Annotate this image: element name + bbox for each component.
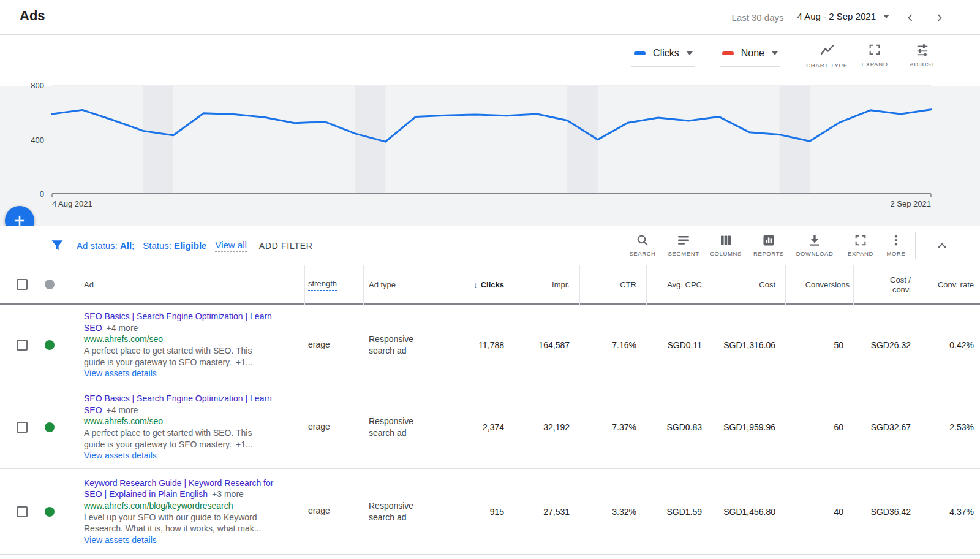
reports-button[interactable]: REPORTS <box>748 231 789 257</box>
segment-button[interactable]: SEGMENT <box>664 231 703 257</box>
download-button[interactable]: DOWNLOAD <box>789 231 840 257</box>
ad-display-url: www.ahrefs.com/blog/keywordresearch <box>84 500 275 512</box>
chart-type-button[interactable]: CHART TYPE <box>807 42 846 69</box>
avg-cpc-value: SGD1.59 <box>646 469 712 554</box>
more-vertical-icon <box>889 234 903 247</box>
chart-type-icon <box>820 43 834 58</box>
column-header-cost-per-conv[interactable]: Cost / conv. <box>853 265 921 304</box>
row-checkbox[interactable] <box>17 469 28 554</box>
y-axis-tick-400: 400 <box>0 135 44 145</box>
ctr-value: 7.16% <box>579 305 646 386</box>
conversions-value: 50 <box>785 305 853 386</box>
table-expand-button[interactable]: EXPAND <box>840 231 881 257</box>
chart-controls: Clicks None CHART TYPE EXPAND ADJUST <box>631 42 942 69</box>
chevron-down-icon <box>772 51 778 55</box>
view-all-filters-link[interactable]: View all <box>215 240 246 252</box>
view-assets-details-link[interactable]: View assets details <box>84 534 275 546</box>
table-row[interactable]: SEO Basics | Search Engine Optimization … <box>0 305 980 386</box>
column-header-cost[interactable]: Cost <box>712 265 785 304</box>
filter-chip-status[interactable]: Status: Eligible <box>143 240 206 251</box>
chart-tools: CHART TYPE EXPAND ADJUST <box>807 42 942 69</box>
segment-icon <box>677 234 690 247</box>
chart-adjust-button[interactable]: ADJUST <box>903 42 942 69</box>
conv-rate-value: 4.37% <box>921 469 980 554</box>
filter-bar: Ad status: All; Status: Eligible View al… <box>0 226 980 265</box>
more-button[interactable]: MORE <box>881 231 911 257</box>
x-axis-first-label: 4 Aug 2021 <box>52 199 92 208</box>
adjust-sliders-icon <box>916 43 929 56</box>
view-assets-details-link[interactable]: View assets details <box>84 450 275 462</box>
conversions-value: 60 <box>785 386 853 468</box>
ad-creative-cell[interactable]: SEO Basics | Search Engine Optimization … <box>84 386 275 468</box>
ad-description: A perfect place to get started with SEO.… <box>84 428 252 449</box>
status-column-header-dot <box>45 280 55 289</box>
cost-per-conv-value: SGD36.42 <box>853 469 921 554</box>
conv-rate-value: 0.42% <box>921 305 980 386</box>
ad-creative-cell[interactable]: Keyword Research Guide | Keyword Researc… <box>84 469 275 554</box>
clicks-value: 11,788 <box>448 305 514 386</box>
next-period-button[interactable] <box>931 10 947 26</box>
series2-color-dash <box>722 51 734 55</box>
add-filter-button[interactable]: ADD FILTER <box>259 241 313 251</box>
date-range-selector[interactable]: 4 Aug - 2 Sep 2021 <box>796 9 891 26</box>
cost-per-conv-value: SGD32.67 <box>853 386 921 468</box>
row-checkbox[interactable] <box>17 305 28 386</box>
clicks-line-chart[interactable] <box>52 86 931 194</box>
series1-metric-select[interactable]: Clicks <box>631 44 695 67</box>
table-header-row: Ad strength Ad type ↓Clicks Impr. CTR Av… <box>0 265 980 305</box>
status-enabled-dot[interactable] <box>45 469 55 554</box>
series2-metric-label: None <box>741 48 764 59</box>
status-enabled-dot[interactable] <box>45 305 55 386</box>
column-header-conversions[interactable]: Conversions <box>785 265 853 304</box>
column-header-ad-type[interactable]: Ad type <box>369 265 396 304</box>
ad-strength-value-clipped[interactable]: erage <box>308 386 330 468</box>
table-row[interactable]: Keyword Research Guide | Keyword Researc… <box>0 469 980 555</box>
download-icon <box>808 234 821 247</box>
column-header-impressions[interactable]: Impr. <box>514 265 579 304</box>
expand-icon <box>868 43 881 56</box>
columns-button[interactable]: COLUMNS <box>703 231 748 257</box>
select-all-checkbox[interactable] <box>17 279 28 290</box>
ad-display-url: www.ahrefs.com/seo <box>84 416 275 427</box>
sort-descending-icon: ↓ <box>473 280 478 290</box>
previous-period-button[interactable] <box>903 10 919 26</box>
search-button[interactable]: SEARCH <box>621 231 664 257</box>
series2-metric-select[interactable]: None <box>720 44 780 67</box>
cost-per-conv-value: SGD26.32 <box>853 305 921 386</box>
column-header-conv-rate[interactable]: Conv. rate <box>921 265 980 304</box>
chart-expand-button[interactable]: EXPAND <box>855 42 894 69</box>
avg-cpc-value: SGD0.83 <box>646 386 712 468</box>
column-header-ad[interactable]: Ad <box>84 265 94 304</box>
toolbar-divider <box>915 232 916 259</box>
ad-headline: Keyword Research Guide | Keyword Researc… <box>84 478 273 500</box>
y-axis-tick-0: 0 <box>0 189 44 199</box>
search-icon <box>636 234 649 247</box>
avg-cpc-value: SGD0.11 <box>646 305 712 386</box>
ad-strength-value-clipped[interactable]: erage <box>308 305 330 386</box>
column-header-ctr[interactable]: CTR <box>579 265 646 304</box>
page-title: Ads <box>20 8 45 24</box>
clicks-value: 2,374 <box>448 386 514 468</box>
table-row[interactable]: SEO Basics | Search Engine Optimization … <box>0 386 980 469</box>
filter-funnel-icon <box>50 238 64 253</box>
chart-adjust-label: ADJUST <box>910 61 935 67</box>
performance-chart: 800 400 0 4 Aug 2021 2 Sep 2021 <box>0 86 980 226</box>
chevron-up-icon <box>937 243 947 249</box>
row-checkbox[interactable] <box>17 386 28 468</box>
headline-more-count: +4 more <box>107 405 138 415</box>
column-header-ad-strength[interactable]: strength <box>308 265 337 304</box>
column-header-clicks[interactable]: ↓Clicks <box>448 265 514 304</box>
clicks-value: 915 <box>448 469 514 554</box>
collapse-chart-button[interactable] <box>933 238 951 253</box>
ad-strength-value-clipped[interactable]: erage <box>308 469 330 554</box>
cost-value: SGD1,959.96 <box>712 386 785 468</box>
chevron-right-icon <box>934 13 944 23</box>
view-assets-details-link[interactable]: View assets details <box>84 368 275 379</box>
series1-metric-label: Clicks <box>653 48 679 59</box>
status-enabled-dot[interactable] <box>45 386 55 468</box>
ad-creative-cell[interactable]: SEO Basics | Search Engine Optimization … <box>84 305 275 386</box>
cost-value: SGD1,456.80 <box>712 469 785 554</box>
filter-chip-ad-status[interactable]: Ad status: All; <box>77 240 134 251</box>
reports-icon <box>762 234 775 247</box>
column-header-avg-cpc[interactable]: Avg. CPC <box>646 265 712 304</box>
